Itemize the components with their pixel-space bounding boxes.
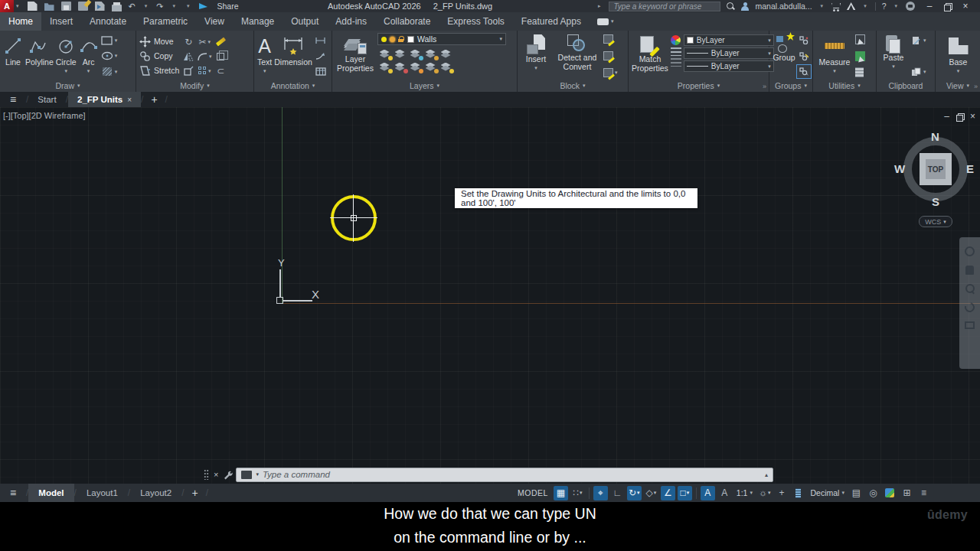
viewcube-north[interactable]: N [931,130,939,143]
panel-title-annotation[interactable]: Annotation ▾ [254,80,332,92]
annotation-monitor-toggle[interactable]: + [774,486,789,500]
wcs-menu[interactable]: WCS ▾ [919,216,952,227]
panel-title-utilities[interactable]: Utilities ▾ [813,80,876,92]
arc-flyout-caret-icon[interactable]: ▾ [87,68,90,74]
layer-lock-icon[interactable] [426,50,437,59]
command-close-icon[interactable]: × [212,470,220,479]
graphics-performance-button[interactable] [883,486,897,500]
rectangle-flyout-caret-icon[interactable]: ▾ [115,37,118,44]
panel-title-clipboard[interactable]: Clipboard [877,80,935,92]
pan-icon[interactable] [965,266,974,275]
ribbon-display-toggle[interactable]: ▾ [590,12,622,31]
ortho-toggle[interactable]: ∟ [610,486,625,500]
layer-off-icon[interactable] [380,50,391,59]
group-edit-icon[interactable] [798,51,810,62]
user-avatar-icon[interactable] [741,2,749,11]
mirror-icon[interactable] [183,52,194,61]
ribbon-tab-output[interactable]: Output [283,12,327,31]
copy-button[interactable]: Copy [139,50,179,62]
ribbon-tab-view[interactable]: View [196,12,233,31]
save-icon[interactable] [61,2,71,11]
layer-unisolate-icon[interactable] [380,63,391,72]
search-expand-icon[interactable]: ▸ [598,3,601,9]
file-tab-start[interactable]: Start [28,92,65,107]
command-bar[interactable]: ▾ ▴ [236,468,773,482]
array-icon[interactable] [198,67,207,75]
layer-unlock-all-icon[interactable] [426,63,437,72]
viewport-minimize-icon[interactable]: – [944,111,949,122]
view-expander-icon[interactable]: » [974,83,978,90]
select-all-icon[interactable] [855,51,865,61]
viewcube-top-face[interactable]: TOP [920,153,952,185]
offset-icon[interactable]: ⊂ [217,67,224,76]
app-menu-button[interactable]: A [0,0,14,12]
customization-menu[interactable]: ≡ [916,486,931,500]
object-color-select[interactable]: ByLayer ▾ [684,34,774,46]
paste-caret-icon[interactable]: ▾ [892,64,895,70]
ribbon-tab-express-tools[interactable]: Express Tools [439,12,512,31]
app-store-cart-icon[interactable] [831,2,841,10]
properties-expander-icon[interactable]: » [763,83,766,90]
open-file-icon[interactable] [44,2,54,11]
print-icon[interactable] [112,5,122,11]
autodesk-logo-icon[interactable] [847,2,855,10]
help-caret-icon[interactable]: ▾ [894,3,897,9]
arc-button[interactable]: Arc ▾ [79,33,99,73]
share-label[interactable]: Share [217,2,239,11]
recent-commands-icon[interactable] [241,471,252,479]
close-button[interactable]: × [957,1,974,11]
command-customize-icon[interactable] [223,470,233,480]
units-select[interactable]: Decimal▾ [808,488,846,497]
zoom-extents-icon[interactable] [965,284,975,293]
units-indicator[interactable] [791,486,805,500]
leader-icon[interactable] [315,51,327,62]
ribbon-tab-featured-apps[interactable]: Featured Apps [513,12,590,31]
table-icon[interactable] [315,66,327,77]
group-selection-toggle-icon[interactable] [798,66,810,77]
tab-layout1[interactable]: Layout1 [77,484,128,502]
qat-customize-caret-icon[interactable]: ▾ [187,3,190,9]
insert-block-button[interactable]: Insert ▾ [521,33,551,70]
paste-button[interactable]: Paste ▾ [880,33,907,69]
layer-freeze-icon[interactable] [410,50,422,59]
copy-clip-icon[interactable] [910,66,922,77]
workspace-switcher[interactable]: ☼▾ [757,486,773,500]
layer-make-current-icon[interactable] [441,50,452,59]
ribbon-tab-home[interactable]: Home [0,12,41,31]
clean-screen-toggle[interactable]: ⊞ [900,486,914,500]
lineweight-select[interactable]: ByLayer ▾ [684,47,774,59]
undo-icon[interactable]: ↶ [129,2,136,11]
trim-caret-icon[interactable]: ▾ [208,39,211,45]
linetype-list-icon[interactable] [671,58,681,67]
linear-dimension-icon[interactable] [315,34,327,46]
line-button[interactable]: Line [3,33,23,67]
color-wheel-icon[interactable] [671,35,681,45]
panel-title-groups[interactable]: Groups ▾ [769,80,812,92]
drawing-viewport[interactable]: [-][Top][2D Wireframe] – × Y X Set the D… [0,107,980,484]
panel-title-view[interactable]: View ▾ » [936,80,980,92]
block-define-caret-icon[interactable]: ▾ [615,70,618,76]
user-menu-caret-icon[interactable]: ▾ [821,3,824,9]
document-tab-close-icon[interactable]: × [127,96,132,104]
circle-flyout-caret-icon[interactable]: ▾ [64,68,67,74]
layer-select-caret-icon[interactable]: ▾ [499,36,502,42]
viewport-close-icon[interactable]: × [970,111,975,122]
recent-commands-caret-icon[interactable]: ▾ [256,471,259,478]
detect-convert-button[interactable]: Detect and Convert [554,33,601,71]
quick-select-icon[interactable] [855,34,865,44]
layer-select[interactable]: Walls ▾ [377,33,506,45]
ribbon-tab-parametric[interactable]: Parametric [135,12,196,31]
new-layout-button[interactable]: + [184,487,205,499]
fillet-icon[interactable] [198,52,207,61]
ungroup-icon[interactable] [798,34,810,46]
array-caret-icon[interactable]: ▾ [208,68,211,74]
orbit-icon[interactable] [963,301,977,315]
search-icon[interactable] [727,2,735,11]
share-icon[interactable] [199,3,207,9]
polar-tracking-toggle[interactable]: ↻▾ [627,486,642,500]
block-define-icon[interactable] [603,68,613,77]
base-button[interactable]: Base ▾ [943,33,974,73]
username-label[interactable]: manal.abdulla... [755,2,812,11]
circle-button[interactable]: Circle ▾ [56,33,77,73]
base-caret-icon[interactable]: ▾ [957,68,960,74]
